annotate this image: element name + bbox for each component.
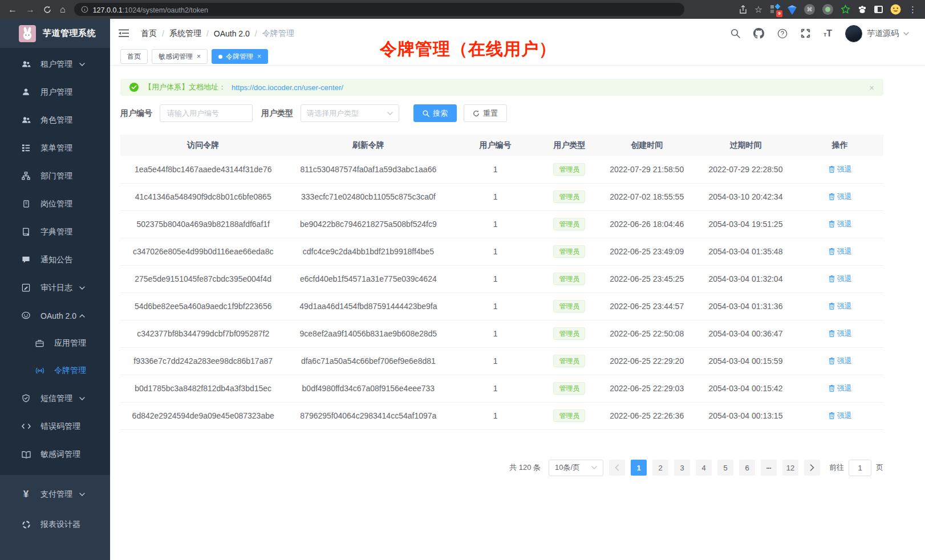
next-page-button[interactable] <box>804 460 820 476</box>
force-logout-button[interactable]: 强退 <box>828 274 852 284</box>
sidebar-item[interactable]: 岗位管理 <box>0 190 110 218</box>
sidebar-item[interactable]: 菜单管理 <box>0 134 110 162</box>
page-button[interactable]: 1 <box>631 460 647 476</box>
action-cell: 强退 <box>796 293 883 320</box>
page-button[interactable]: 3 <box>674 460 690 476</box>
page-size-select[interactable]: 10条/页 <box>549 460 603 476</box>
sidebar-item[interactable]: OAuth 2.0 <box>0 302 110 330</box>
help-icon[interactable] <box>777 29 788 39</box>
force-logout-label: 强退 <box>837 164 852 175</box>
site-info-icon[interactable] <box>81 6 88 13</box>
reset-button[interactable]: 重置 <box>464 104 507 122</box>
user-id-input[interactable] <box>160 104 253 122</box>
sidebar-item[interactable]: 应用管理 <box>0 330 110 357</box>
tab-close-icon[interactable]: × <box>257 52 261 60</box>
side-panel-icon[interactable] <box>874 6 883 13</box>
force-logout-button[interactable]: 强退 <box>828 383 852 393</box>
user-type-badge: 管理员 <box>553 190 585 203</box>
page-buttons: 123456•••12 <box>631 460 798 476</box>
share-icon[interactable] <box>739 5 747 14</box>
page-ellipsis[interactable]: ••• <box>761 460 777 476</box>
fullscreen-icon[interactable] <box>801 29 810 38</box>
user-menu[interactable]: 芋道源码 <box>845 25 909 42</box>
error-code-icon <box>21 423 31 430</box>
pagination: 共 120 条 10条/页 123456•••12 前往 页 <box>120 460 883 476</box>
sidebar-collapse-icon[interactable] <box>119 29 129 38</box>
page-button[interactable]: 6 <box>739 460 755 476</box>
force-logout-button[interactable]: 强退 <box>828 301 852 311</box>
search-button[interactable]: 搜索 <box>413 104 457 122</box>
browser-menu-icon[interactable]: ⋮ <box>908 5 917 15</box>
user-id-cell: 1 <box>451 375 540 402</box>
view-tab[interactable]: 令牌管理× <box>212 49 268 64</box>
sidebar-item[interactable]: 审计日志 <box>0 274 110 302</box>
sidebar-item[interactable]: 部门管理 <box>0 162 110 190</box>
sidebar-item[interactable]: 敏感词管理 <box>0 440 110 468</box>
green-star-extension-icon[interactable] <box>841 5 850 14</box>
sidebar-item[interactable]: 通知公告 <box>0 246 110 274</box>
force-logout-button[interactable]: 强退 <box>828 219 852 229</box>
doc-link[interactable]: https://doc.iocoder.cn/user-center/ <box>232 83 343 92</box>
command-extension-icon[interactable]: ⌘ <box>804 4 815 15</box>
created-time-cell: 2022-07-29 21:58:50 <box>599 156 695 183</box>
page-button[interactable]: 2 <box>652 460 668 476</box>
page-button[interactable]: 4 <box>696 460 712 476</box>
back-icon[interactable]: ← <box>8 5 17 14</box>
page-button[interactable]: 5 <box>717 460 733 476</box>
sidebar-item[interactable]: 令牌管理 <box>0 357 110 384</box>
gem-extension-icon[interactable] <box>788 7 797 15</box>
alert-close-icon[interactable]: × <box>869 83 874 92</box>
bookmark-star-icon[interactable]: ☆ <box>754 5 762 14</box>
tab-close-icon[interactable]: × <box>197 52 201 60</box>
access-token-cell: 502375b8040a469a9b82188afdf6af1f <box>120 210 286 238</box>
github-icon[interactable] <box>753 28 764 39</box>
app-logo-bar[interactable]: 芋道管理系统 <box>0 19 110 48</box>
record-extension-icon[interactable] <box>822 4 833 15</box>
expire-time-cell: 2054-03-04 00:15:59 <box>695 347 796 375</box>
force-logout-button[interactable]: 强退 <box>828 356 852 366</box>
search-button-label: 搜索 <box>433 108 448 119</box>
sidebar-item[interactable]: 字典管理 <box>0 218 110 246</box>
profile-emoji-avatar[interactable] <box>890 4 901 15</box>
url-bar[interactable]: 127.0.0.1:1024/system/oauth2/token <box>74 3 684 16</box>
extension-grid-icon[interactable]: 9 <box>770 5 780 15</box>
view-tab[interactable]: 首页 <box>120 49 148 64</box>
sidebar-item[interactable]: 错误码管理 <box>0 412 110 440</box>
sidebar-item-label: 角色管理 <box>40 115 72 125</box>
prev-page-button[interactable] <box>609 460 625 476</box>
breadcrumb: 首页/系统管理/OAuth 2.0/令牌管理 <box>141 29 294 39</box>
breadcrumb-separator: / <box>206 29 209 38</box>
page-button[interactable]: 12 <box>782 460 798 476</box>
sidebar-item[interactable]: 角色管理 <box>0 106 110 134</box>
role-people-icon <box>21 116 31 125</box>
sidebar-item[interactable]: ¥支付管理 <box>0 479 110 509</box>
view-tab[interactable]: 敏感词管理× <box>152 49 208 64</box>
forward-icon[interactable]: → <box>26 5 35 14</box>
chevron-down-icon <box>77 286 87 290</box>
force-logout-button[interactable]: 强退 <box>828 164 852 175</box>
sidebar-item[interactable]: 用户管理 <box>0 78 110 106</box>
search-icon[interactable] <box>731 29 740 38</box>
user-type-select[interactable]: 请选择用户类型 <box>301 104 399 122</box>
breadcrumb-item[interactable]: 令牌管理 <box>262 29 294 39</box>
force-logout-label: 强退 <box>837 219 852 229</box>
user-type-cell: 管理员 <box>540 183 599 210</box>
force-logout-button[interactable]: 强退 <box>828 411 852 421</box>
breadcrumb-item[interactable]: 系统管理 <box>169 29 201 39</box>
goto-page-input[interactable] <box>849 460 871 476</box>
sidebar-item[interactable]: 租户管理 <box>0 50 110 78</box>
refresh-token-cell: 9ce8ef2aa9f14056b831ae9b608e28d5 <box>286 320 451 347</box>
refresh-token-cell: 333ecfc71e02480cb11055c875c3ca0f <box>286 183 451 210</box>
font-size-icon[interactable]: тT <box>823 29 832 39</box>
force-logout-button[interactable]: 强退 <box>828 192 852 202</box>
sidebar-item[interactable]: 报表设计器 <box>0 509 110 539</box>
breadcrumb-item[interactable]: 首页 <box>141 29 157 39</box>
force-logout-button[interactable]: 强退 <box>828 328 852 339</box>
paw-extension-icon[interactable] <box>858 5 867 14</box>
sidebar-item[interactable]: 短信管理 <box>0 384 110 412</box>
sidebar-item-label: 通知公告 <box>40 255 72 265</box>
home-icon[interactable]: ⌂ <box>60 5 66 14</box>
reload-icon[interactable] <box>43 6 51 14</box>
force-logout-button[interactable]: 强退 <box>828 246 852 257</box>
breadcrumb-item[interactable]: OAuth 2.0 <box>214 29 250 38</box>
